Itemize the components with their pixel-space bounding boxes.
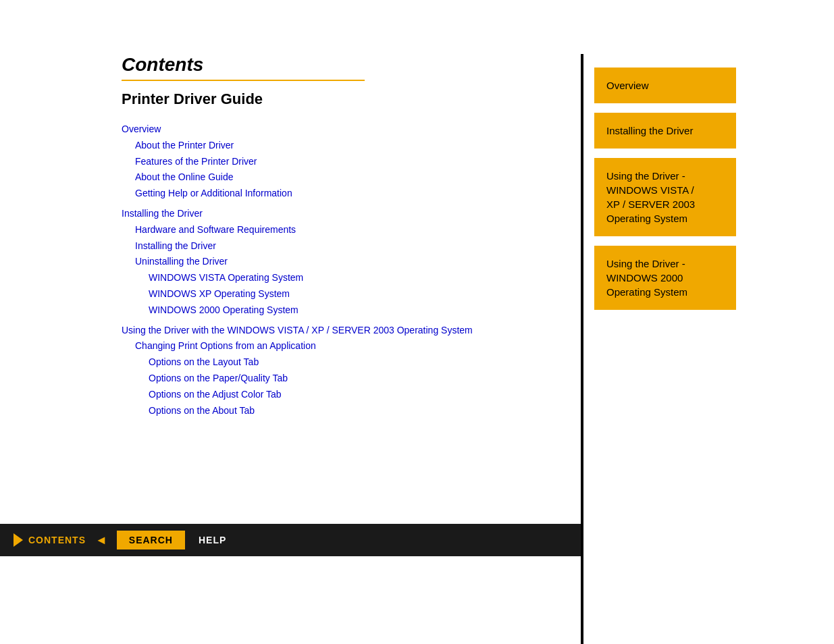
- search-button[interactable]: SEARCH: [117, 531, 185, 549]
- toc-item: Overview: [122, 122, 540, 138]
- toc-link[interactable]: WINDOWS XP Operating System: [149, 288, 290, 299]
- toc-item: Options on the About Tab: [149, 403, 540, 419]
- toc-item: WINDOWS 2000 Operating System: [149, 302, 540, 319]
- contents-label[interactable]: CONTENTS: [28, 535, 86, 545]
- toc-item: Getting Help or Additional Information: [135, 186, 540, 202]
- toc-item: WINDOWS VISTA Operating System: [149, 270, 540, 286]
- toc-item: Installing the Driver: [122, 206, 540, 222]
- toc-item: Using the Driver with the WINDOWS VISTA …: [122, 323, 540, 339]
- toc-link[interactable]: Options on the Paper/Quality Tab: [149, 373, 288, 383]
- sidebar-button-1[interactable]: Installing the Driver: [594, 113, 736, 149]
- bottom-nav: CONTENTS ◄ SEARCH HELP: [0, 524, 581, 556]
- toc-link[interactable]: Using the Driver with the WINDOWS VISTA …: [122, 325, 473, 336]
- toc-link[interactable]: Overview: [122, 124, 161, 134]
- toc-link[interactable]: Getting Help or Additional Information: [135, 188, 292, 198]
- toc-link[interactable]: Installing the Driver: [122, 208, 203, 219]
- sidebar-button-2[interactable]: Using the Driver - WINDOWS VISTA / XP / …: [594, 158, 736, 236]
- toc-item: Options on the Paper/Quality Tab: [149, 371, 540, 387]
- toc-link[interactable]: WINDOWS VISTA Operating System: [149, 272, 303, 283]
- toc-link[interactable]: Options on the About Tab: [149, 405, 255, 416]
- toc-link[interactable]: Hardware and Software Requirements: [135, 224, 296, 235]
- toc-link[interactable]: About the Online Guide: [135, 171, 234, 182]
- toc-link[interactable]: Uninstalling the Driver: [135, 256, 228, 267]
- sidebar-button-0[interactable]: Overview: [594, 68, 736, 103]
- title-underline: [122, 80, 365, 81]
- toc-item: Hardware and Software Requirements: [135, 222, 540, 238]
- page-wrapper: Contents Printer Driver Guide OverviewAb…: [0, 0, 834, 644]
- guide-title: Printer Driver Guide: [122, 90, 540, 108]
- back-arrow-icon[interactable]: ◄: [95, 533, 107, 547]
- right-sidebar: OverviewInstalling the DriverUsing the D…: [581, 0, 834, 644]
- page-title: Contents: [122, 54, 540, 76]
- toc-item: Features of the Printer Driver: [135, 154, 540, 170]
- toc-item: Options on the Layout Tab: [149, 354, 540, 371]
- toc-item: Uninstalling the Driver: [135, 254, 540, 270]
- toc-link[interactable]: Installing the Driver: [135, 240, 216, 251]
- toc-link[interactable]: WINDOWS 2000 Operating System: [149, 304, 298, 315]
- sidebar-divider: [581, 54, 583, 644]
- help-button[interactable]: HELP: [199, 535, 226, 545]
- toc-link[interactable]: About the Printer Driver: [135, 140, 234, 151]
- toc-link[interactable]: Options on the Layout Tab: [149, 356, 259, 367]
- toc-list: OverviewAbout the Printer DriverFeatures…: [122, 122, 540, 419]
- toc-item: WINDOWS XP Operating System: [149, 286, 540, 302]
- sidebar-button-3[interactable]: Using the Driver - WINDOWS 2000 Operatin…: [594, 246, 736, 310]
- nav-arrow-icon: [14, 533, 23, 547]
- toc-link[interactable]: Options on the Adjust Color Tab: [149, 389, 282, 400]
- toc-item: Options on the Adjust Color Tab: [149, 387, 540, 403]
- nav-contents: CONTENTS ◄: [14, 533, 117, 547]
- toc-item: Installing the Driver: [135, 238, 540, 254]
- toc-item: Changing Print Options from an Applicati…: [135, 338, 540, 354]
- toc-link[interactable]: Changing Print Options from an Applicati…: [135, 340, 316, 351]
- main-content: Contents Printer Driver Guide OverviewAb…: [0, 0, 581, 644]
- toc-item: About the Online Guide: [135, 169, 540, 186]
- toc-item: About the Printer Driver: [135, 138, 540, 154]
- toc-link[interactable]: Features of the Printer Driver: [135, 156, 257, 167]
